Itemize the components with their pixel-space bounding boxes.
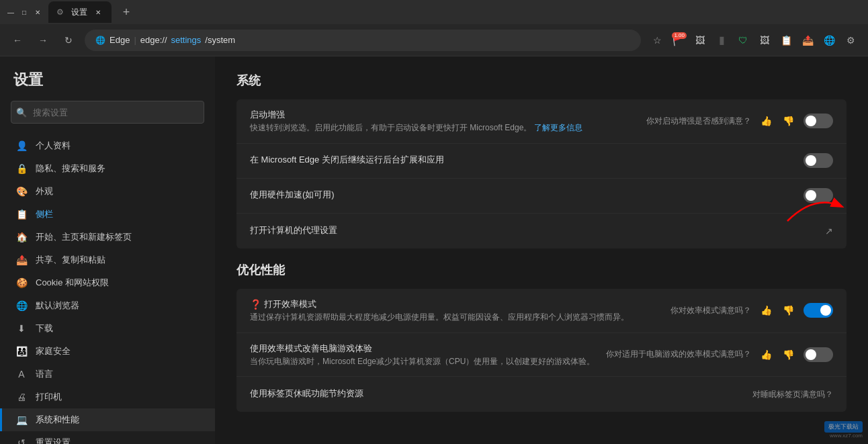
favorites-button[interactable]: ☆ [648, 31, 666, 50]
sidebar-item-appearance[interactable]: 🎨外观 [0, 180, 215, 203]
sidebar-item-family[interactable]: 👨‍👩‍👧家庭安全 [0, 340, 215, 363]
sidebar-item-printer[interactable]: 🖨打印机 [0, 386, 215, 408]
background-run-row: 在 Microsoft Edge 关闭后继续运行后台扩展和应用 [236, 144, 847, 179]
sidebar-item-icon-profile: 👤 [15, 140, 28, 152]
screenshot-button[interactable]: 📋 [777, 31, 795, 50]
background-run-toggle[interactable] [804, 153, 833, 168]
hardware-accel-toggle[interactable] [804, 188, 833, 203]
sidebar-item-system[interactable]: 💻系统和性能 [0, 408, 215, 431]
address-url-settings: settings [171, 35, 202, 45]
gaming-thumb-down[interactable]: 👎 [781, 348, 795, 361]
background-run-title: 在 Microsoft Edge 关闭后继续运行后台扩展和应用 [250, 154, 804, 166]
browser-essentials-button[interactable]: 🖼 [691, 31, 709, 50]
security-button[interactable]: 🛡 [734, 31, 752, 50]
sidebar-item-label-appearance: 外观 [36, 185, 53, 197]
sidebar-item-icon-printer: 🖨 [15, 391, 28, 403]
gaming-mode-toggle[interactable] [804, 347, 833, 362]
edge-badge-button[interactable]: 🌐 [820, 31, 838, 50]
hardware-accel-title: 使用硬件加速(如可用) [250, 189, 804, 201]
sidebar-item-default[interactable]: 🌐默认浏览器 [0, 294, 215, 317]
minimize-button[interactable]: — [5, 7, 16, 17]
address-url-suffix: /system [205, 35, 235, 45]
address-bar[interactable]: 🌐 Edge | edge://settings/system [85, 30, 641, 51]
tab-sleep-info: 使用标签页休眠功能节约资源 [250, 388, 752, 401]
sidebar-item-cookies[interactable]: 🍪Cookie 和网站权限 [0, 271, 215, 294]
sidebar-item-reset[interactable]: ↺重置设置 [0, 431, 215, 444]
sidebar-item-icon-language: A [15, 368, 28, 380]
tab-close-button[interactable]: ✕ [93, 7, 103, 17]
share-button[interactable]: 📤 [798, 31, 817, 50]
sidebar-item-icon-downloads: ⬇ [15, 322, 28, 335]
sidebar-item-icon-reset: ↺ [15, 437, 28, 444]
efficiency-satisfaction: 你对效率模式满意吗？ [670, 305, 751, 316]
hardware-accel-row: 使用硬件加速(如可用) [236, 179, 847, 214]
settings-tab[interactable]: ⚙ 设置 ✕ [48, 1, 112, 23]
efficiency-thumb-down[interactable]: 👎 [781, 304, 795, 317]
startup-boost-link[interactable]: 了解更多信息 [534, 123, 582, 132]
startup-boost-toggle[interactable] [804, 114, 833, 128]
startup-boost-title: 启动增强 [250, 109, 646, 121]
background-run-controls [804, 153, 833, 168]
sidebar-item-label-share: 共享、复制和粘贴 [36, 254, 105, 266]
collections-button[interactable]: 🚩 1.00 [669, 31, 688, 50]
tab-sleep-row: 使用标签页休眠功能节约资源 对睡眠标签页满意吗？ [236, 377, 847, 412]
startup-boost-info: 启动增强 快速转到浏览选。启用此功能后，有助于启动设备时更快打开 Microso… [250, 109, 646, 134]
gaming-mode-title: 使用效率模式改善电脑游戏体验 [250, 343, 606, 355]
sidebar-item-downloads[interactable]: ⬇下载 [0, 317, 215, 340]
sidebar-item-icon-default: 🌐 [15, 300, 28, 312]
system-settings-card: 启动增强 快速转到浏览选。启用此功能后，有助于启动设备时更快打开 Microso… [236, 99, 847, 249]
search-input[interactable] [11, 101, 204, 124]
search-box: 🔍 [11, 101, 204, 124]
refresh-button[interactable]: ↻ [59, 31, 78, 50]
system-section-title: 系统 [236, 73, 847, 89]
sidebar-item-label-system: 系统和性能 [36, 414, 79, 426]
back-button[interactable]: ← [8, 31, 27, 50]
titlebar-controls: — □ ✕ [5, 7, 43, 17]
gaming-thumb-up[interactable]: 👍 [759, 348, 773, 361]
wallet-button[interactable]: 🖼 [755, 31, 774, 50]
gaming-satisfaction: 你对适用于电脑游戏的效率模式满意吗？ [606, 349, 751, 360]
titlebar: — □ ✕ ⚙ 设置 ✕ + [0, 0, 868, 24]
sidebar-item-label-sidebar: 侧栏 [36, 208, 53, 220]
sidebar-item-privacy[interactable]: 🔒隐私、搜索和服务 [0, 157, 215, 180]
toolbar-icons: ☆ 🚩 1.00 🖼 ▮ 🛡 🖼 📋 📤 🌐 ⚙ [648, 31, 860, 50]
sidebar-item-sidebar[interactable]: 📋侧栏 [0, 203, 215, 226]
efficiency-thumb-up[interactable]: 👍 [759, 304, 773, 317]
efficiency-mode-row: ❓ 打开效率模式 通过保存计算机资源帮助最大程度地减少电源使用量。权益可能因设备… [236, 289, 847, 333]
sidebar-item-icon-share: 📤 [15, 254, 28, 266]
proxy-external-link[interactable]: ↗ [825, 226, 833, 236]
startup-boost-controls: 你对启动增强是否感到满意？ 👍 👎 [646, 114, 833, 128]
sidebar-item-icon-family: 👨‍👩‍👧 [15, 345, 28, 357]
tab-sleep-title: 使用标签页休眠功能节约资源 [250, 388, 752, 400]
startup-boost-thumb-up[interactable]: 👍 [759, 114, 773, 128]
sidebar-item-profile[interactable]: 👤个人资料 [0, 134, 215, 157]
startup-boost-thumb-down[interactable]: 👎 [781, 114, 795, 128]
edge-icon: 🌐 [95, 36, 105, 45]
extensions-button[interactable]: ▮ [712, 31, 731, 50]
new-tab-button[interactable]: + [117, 3, 136, 21]
startup-boost-row: 启动增强 快速转到浏览选。启用此功能后，有助于启动设备时更快打开 Microso… [236, 99, 847, 144]
gaming-mode-controls: 你对适用于电脑游戏的效率模式满意吗？ 👍 👎 [606, 347, 833, 362]
maximize-button[interactable]: □ [19, 7, 30, 17]
performance-section-title: 优化性能 [236, 262, 847, 278]
sidebar-item-start[interactable]: 🏠开始、主页和新建标签页 [0, 226, 215, 249]
sidebar-item-label-cookies: Cookie 和网站权限 [36, 277, 109, 289]
sidebar-item-icon-privacy: 🔒 [15, 163, 28, 175]
efficiency-mode-toggle[interactable] [804, 303, 833, 318]
forward-button[interactable]: → [34, 31, 52, 50]
sidebar-item-language[interactable]: A语言 [0, 363, 215, 386]
close-button[interactable]: ✕ [32, 7, 43, 17]
sidebar-title: 设置 [0, 70, 215, 101]
sidebar-item-label-default: 默认浏览器 [36, 300, 79, 312]
settings-more-button[interactable]: ⚙ [841, 31, 860, 50]
sidebar-item-icon-cookies: 🍪 [15, 277, 28, 289]
sidebar-item-label-language: 语言 [36, 368, 53, 380]
addressbar: ← → ↻ 🌐 Edge | edge://settings/system ☆ … [0, 24, 868, 56]
proxy-controls: ↗ [825, 226, 833, 236]
background-run-info: 在 Microsoft Edge 关闭后继续运行后台扩展和应用 [250, 154, 804, 167]
sidebar-item-share[interactable]: 📤共享、复制和粘贴 [0, 249, 215, 271]
hardware-accel-controls [804, 188, 833, 203]
address-separator: | [134, 35, 136, 45]
sidebar-item-label-privacy: 隐私、搜索和服务 [36, 163, 105, 175]
efficiency-mode-desc: 通过保存计算机资源帮助最大程度地减少电源使用量。权益可能因设备、应用程序和个人浏… [250, 312, 670, 323]
